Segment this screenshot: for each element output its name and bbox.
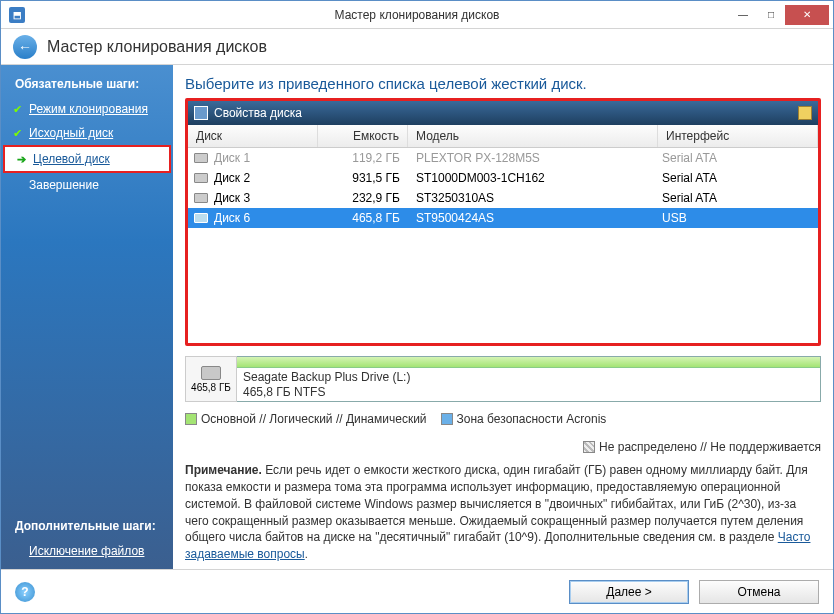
swatch-hatch	[583, 441, 595, 453]
disk-interface: Serial ATA	[658, 171, 818, 185]
legend: Основной // Логический // Динамический З…	[185, 412, 821, 454]
disk-row[interactable]: Диск 6465,8 ГБST9500424ASUSB	[188, 208, 818, 228]
partition-info: Seagate Backup Plus Drive (L:) 465,8 ГБ …	[237, 368, 820, 401]
step-target-disk[interactable]: ➔Целевой диск	[3, 145, 171, 173]
swatch-blue	[441, 413, 453, 425]
disk-row[interactable]: Диск 3232,9 ГБST3250310ASSerial ATA	[188, 188, 818, 208]
step-finish[interactable]: Завершение	[1, 173, 173, 197]
disk-interface: USB	[658, 211, 818, 225]
help-icon[interactable]: ?	[15, 582, 35, 602]
col-model[interactable]: Модель	[408, 125, 658, 147]
cancel-button[interactable]: Отмена	[699, 580, 819, 604]
disk-name: Диск 1	[214, 151, 250, 165]
disk-icon	[194, 153, 208, 163]
col-capacity[interactable]: Емкость	[318, 125, 408, 147]
window-title: Мастер клонирования дисков	[335, 8, 500, 22]
arrow-icon: ➔	[17, 153, 26, 166]
partition-usage	[237, 357, 820, 368]
maximize-button[interactable]: □	[757, 5, 785, 25]
wizard-title: Мастер клонирования дисков	[47, 38, 267, 56]
check-icon: ✔	[13, 127, 22, 140]
hdd-icon	[201, 366, 221, 380]
disk-capacity: 465,8 ГБ	[318, 211, 408, 225]
step-label: Исходный диск	[29, 126, 113, 140]
legend-unalloc: Не распределено // Не поддерживается	[583, 440, 821, 454]
step-clone-mode[interactable]: ✔Режим клонирования	[1, 97, 173, 121]
close-button[interactable]: ✕	[785, 5, 829, 25]
disk-capacity: 232,9 ГБ	[318, 191, 408, 205]
sidebar: Обязательные шаги: ✔Режим клонирования ✔…	[1, 65, 173, 569]
disk-model: ST1000DM003-1CH162	[408, 171, 658, 185]
disk-list: Диск 1119,2 ГБPLEXTOR PX-128M5SSerial AT…	[188, 148, 818, 343]
col-disk[interactable]: Диск	[188, 125, 318, 147]
back-button[interactable]: ←	[13, 35, 37, 59]
panel-title: Свойства диска	[214, 106, 302, 120]
disk-visual: 465,8 ГБ Seagate Backup Plus Drive (L:) …	[185, 356, 821, 402]
disk-size-label: 465,8 ГБ	[185, 356, 237, 402]
col-interface[interactable]: Интерфейс	[658, 125, 818, 147]
disk-icon	[194, 213, 208, 223]
disk-icon	[194, 173, 208, 183]
wizard-window: ⬒ Мастер клонирования дисков — □ ✕ ← Мас…	[0, 0, 834, 614]
step-label: Целевой диск	[33, 152, 110, 166]
disk-icon	[194, 193, 208, 203]
columns-icon[interactable]	[798, 106, 812, 120]
footer: ? Далее > Отмена	[1, 569, 833, 613]
grid-header: Диск Емкость Модель Интерфейс	[188, 125, 818, 148]
disk-name: Диск 3	[214, 191, 250, 205]
disk-size-text: 465,8 ГБ	[191, 382, 231, 393]
required-steps-heading: Обязательные шаги:	[1, 71, 173, 97]
disk-interface: Serial ATA	[658, 191, 818, 205]
step-label: Режим клонирования	[29, 102, 148, 116]
step-source-disk[interactable]: ✔Исходный диск	[1, 121, 173, 145]
next-button[interactable]: Далее >	[569, 580, 689, 604]
disk-capacity: 931,5 ГБ	[318, 171, 408, 185]
check-icon: ✔	[13, 103, 22, 116]
content-area: Выберите из приведенного списка целевой …	[173, 65, 833, 569]
disk-capacity: 119,2 ГБ	[318, 151, 408, 165]
disk-model: ST9500424AS	[408, 211, 658, 225]
panel-header: Свойства диска	[188, 101, 818, 125]
step-label: Завершение	[29, 178, 99, 192]
wizard-header: ← Мастер клонирования дисков	[1, 29, 833, 65]
titlebar: ⬒ Мастер клонирования дисков — □ ✕	[1, 1, 833, 29]
minimize-button[interactable]: —	[729, 5, 757, 25]
legend-acronis: Зона безопасности Acronis	[441, 412, 607, 426]
instruction-text: Выберите из приведенного списка целевой …	[185, 75, 821, 92]
note-body: Если речь идет о емкости жесткого диска,…	[185, 463, 808, 544]
disk-row[interactable]: Диск 2931,5 ГБST1000DM003-1CH162Serial A…	[188, 168, 818, 188]
step-label: Исключение файлов	[29, 544, 144, 558]
step-exclude-files[interactable]: Исключение файлов	[1, 539, 173, 563]
disk-interface: Serial ATA	[658, 151, 818, 165]
disk-row[interactable]: Диск 1119,2 ГБPLEXTOR PX-128M5SSerial AT…	[188, 148, 818, 168]
disk-name: Диск 6	[214, 211, 250, 225]
drive-icon	[194, 106, 208, 120]
disk-name: Диск 2	[214, 171, 250, 185]
optional-steps-heading: Дополнительные шаги:	[1, 513, 173, 539]
legend-primary: Основной // Логический // Динамический	[185, 412, 427, 426]
swatch-green	[185, 413, 197, 425]
partition-bar[interactable]: Seagate Backup Plus Drive (L:) 465,8 ГБ …	[237, 356, 821, 402]
note-text: Примечание. Если речь идет о емкости жес…	[185, 462, 821, 563]
disk-model: ST3250310AS	[408, 191, 658, 205]
disk-model: PLEXTOR PX-128M5S	[408, 151, 658, 165]
disk-properties-panel: Свойства диска Диск Емкость Модель Интер…	[185, 98, 821, 346]
app-icon: ⬒	[9, 7, 25, 23]
note-bold: Примечание.	[185, 463, 262, 477]
